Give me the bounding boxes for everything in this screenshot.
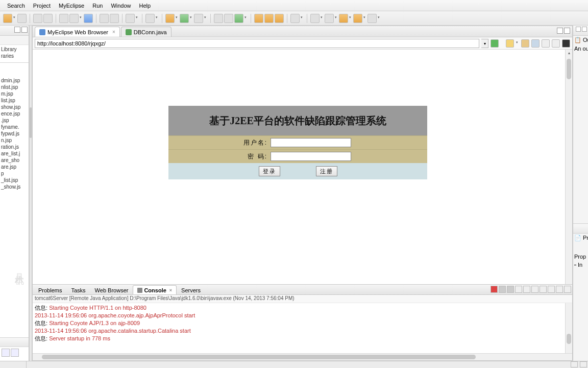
dropdown-arrow-icon[interactable]: [176, 14, 179, 23]
dropdown-arrow-icon[interactable]: [190, 14, 193, 23]
menu-window[interactable]: Window: [107, 2, 135, 10]
dropdown-arrow-icon[interactable]: [349, 14, 352, 23]
back-icon[interactable]: [339, 14, 348, 23]
extern-tools-icon[interactable]: [194, 14, 203, 23]
tree-file-item[interactable]: dmin.jsp: [0, 77, 29, 84]
tool-icon[interactable]: [214, 14, 223, 23]
go-icon[interactable]: [491, 39, 499, 48]
tool-icon[interactable]: [234, 14, 243, 23]
maximize-icon[interactable]: [21, 27, 28, 33]
tool-icon[interactable]: [33, 14, 42, 23]
file-tree[interactable]: Library raries dmin.jspnlist.jspm.jsplis…: [0, 45, 29, 337]
tool-icon[interactable]: [145, 14, 155, 23]
tree-file-item[interactable]: are.jsp: [0, 164, 29, 170]
url-dropdown-icon[interactable]: ▾: [481, 39, 488, 48]
tree-file-item[interactable]: _show.js: [0, 183, 29, 190]
maximize-icon[interactable]: [564, 286, 571, 293]
tree-file-item[interactable]: fypwd.js: [0, 130, 29, 137]
remove-all-icon[interactable]: [507, 286, 514, 293]
forward-icon[interactable]: [353, 14, 362, 23]
scrollbar-thumb[interactable]: [567, 334, 571, 344]
tree-file-item[interactable]: m.jsp: [0, 90, 29, 97]
favorite-icon[interactable]: [506, 39, 514, 48]
minimize-icon[interactable]: [14, 27, 20, 33]
tool-icon[interactable]: [126, 14, 135, 23]
dropdown-arrow-icon[interactable]: [13, 14, 16, 23]
tree-file-item[interactable]: ration.js: [0, 144, 29, 150]
home-icon[interactable]: [552, 39, 560, 48]
tree-file-item[interactable]: _list.jsp: [0, 177, 29, 183]
view-icon[interactable]: [2, 349, 10, 357]
menu-myeclipse[interactable]: MyEclipse: [55, 2, 88, 10]
tool-icon[interactable]: [110, 14, 119, 23]
stop-icon[interactable]: [562, 39, 570, 48]
menu-project[interactable]: Project: [29, 2, 55, 10]
dropdown-arrow-icon[interactable]: [136, 14, 139, 23]
dropdown-arrow-icon[interactable]: [204, 14, 207, 23]
minimize-icon[interactable]: [557, 28, 563, 34]
view-icon[interactable]: [11, 349, 19, 357]
tree-file-item[interactable]: .jsp: [0, 117, 29, 124]
run-icon[interactable]: [180, 14, 189, 23]
tree-file-item[interactable]: list.jsp: [0, 97, 29, 104]
close-icon[interactable]: ×: [169, 288, 172, 293]
tool-icon[interactable]: [275, 14, 284, 23]
tool-icon[interactable]: [254, 14, 263, 23]
tool-icon[interactable]: [43, 14, 53, 23]
tool-icon[interactable]: [100, 14, 109, 23]
tool-icon[interactable]: [368, 14, 377, 23]
password-input[interactable]: [271, 152, 351, 161]
dropdown-arrow-icon[interactable]: [335, 14, 338, 23]
tree-file-item[interactable]: show.jsp: [0, 104, 29, 110]
login-button[interactable]: 登录: [259, 166, 280, 176]
clear-icon[interactable]: [515, 286, 522, 293]
dropdown-arrow-icon[interactable]: [244, 14, 248, 23]
dropdown-arrow-icon[interactable]: [80, 14, 83, 23]
menu-search[interactable]: Search: [3, 2, 29, 10]
dropdown-arrow-icon[interactable]: [378, 14, 381, 23]
tree-file-item[interactable]: nlist.jsp: [0, 84, 29, 90]
dropdown-arrow-icon[interactable]: [516, 39, 519, 48]
scrollbar-thumb[interactable]: [567, 59, 571, 79]
menu-help[interactable]: Help: [135, 2, 155, 10]
tab-problems[interactable]: Problems: [34, 285, 66, 294]
debug-icon[interactable]: [165, 14, 175, 23]
tree-file-item[interactable]: are_list.j: [0, 150, 29, 157]
console-output[interactable]: 信息: Starting Coyote HTTP/1.1 on http-808…: [33, 303, 572, 353]
scroll-up-icon[interactable]: ▴: [566, 50, 572, 57]
dropdown-arrow-icon[interactable]: [321, 14, 324, 23]
remove-icon[interactable]: [499, 286, 506, 293]
maximize-icon[interactable]: [582, 27, 587, 32]
tree-file-item[interactable]: are_sho: [0, 157, 29, 164]
url-input[interactable]: [35, 39, 479, 48]
display-icon[interactable]: [540, 286, 547, 293]
terminate-icon[interactable]: [491, 286, 498, 293]
dropdown-arrow-icon[interactable]: [301, 14, 304, 23]
tab-web-browser[interactable]: Web Browser: [90, 285, 133, 294]
scrollbar-thumb[interactable]: [42, 355, 476, 359]
dropdown-arrow-icon[interactable]: [363, 14, 366, 23]
tool-icon[interactable]: [264, 14, 274, 23]
open-console-icon[interactable]: [548, 286, 555, 293]
tree-file-item[interactable]: n.jsp: [0, 137, 29, 144]
tab-dbconn[interactable]: DBConn.java: [121, 27, 172, 37]
back-icon[interactable]: [521, 39, 529, 48]
minimize-icon[interactable]: [556, 286, 563, 293]
tool-icon[interactable]: [59, 14, 68, 23]
tab-tasks[interactable]: Tasks: [66, 285, 90, 294]
tree-file-item[interactable]: ence.jsp: [0, 110, 29, 117]
username-input[interactable]: [271, 138, 351, 147]
tab-browser[interactable]: MyEclipse Web Browser ×: [35, 27, 120, 37]
menu-run[interactable]: Run: [88, 2, 107, 10]
dropdown-arrow-icon[interactable]: [156, 14, 159, 23]
forward-icon[interactable]: [531, 39, 540, 48]
status-icon[interactable]: [580, 361, 587, 367]
status-icon[interactable]: [571, 361, 578, 367]
tool-icon[interactable]: [325, 14, 334, 23]
pin-icon[interactable]: [531, 286, 538, 293]
tool-icon[interactable]: [290, 14, 300, 23]
outline-tab[interactable]: 📋 Ou: [573, 36, 588, 44]
properties-tab[interactable]: 📄 Pr: [573, 234, 588, 242]
tree-file-item[interactable]: fyname.: [0, 124, 29, 130]
save-icon[interactable]: [17, 14, 27, 23]
